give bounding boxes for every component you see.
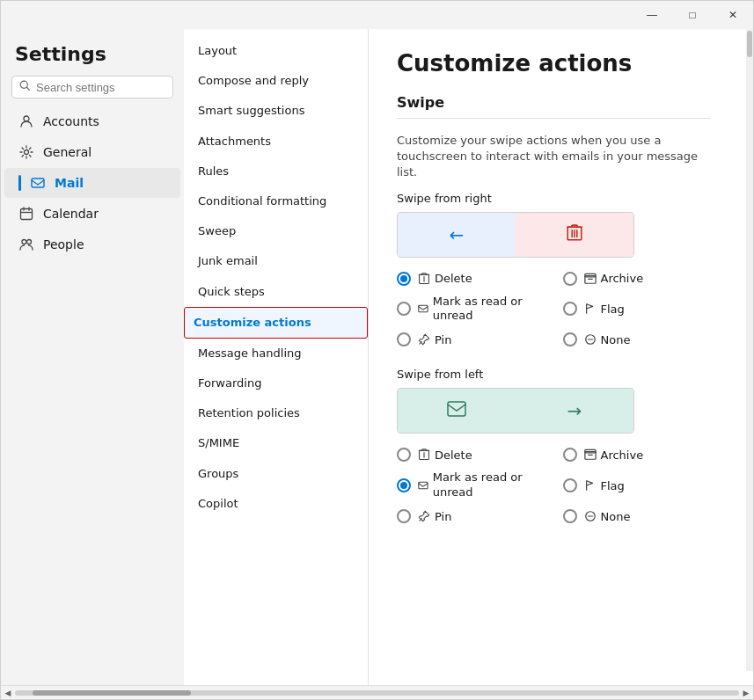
radio-delete-left[interactable] <box>397 448 411 462</box>
radio-pin-left[interactable] <box>397 509 411 523</box>
middle-item-copilot[interactable]: Copilot <box>184 489 368 519</box>
middle-item-customize-actions[interactable]: Customize actions <box>184 307 368 339</box>
envelope-icon <box>447 401 466 420</box>
radio-flag-left[interactable] <box>563 478 577 492</box>
svg-rect-26 <box>448 402 465 416</box>
flag-right-label: Flag <box>584 303 625 316</box>
mark-read-left-label: Mark as read or unread <box>418 470 545 500</box>
sidebar-item-mail[interactable]: Mail <box>4 168 180 198</box>
middle-item-message-handling[interactable]: Message handling <box>184 339 368 368</box>
trash-icon <box>567 224 582 245</box>
radio-mark-read-left[interactable] <box>397 478 411 492</box>
radio-flag-right[interactable] <box>563 302 577 316</box>
active-indicator <box>18 175 21 191</box>
people-icon <box>18 237 34 252</box>
window-controls: — □ ✕ <box>632 1 753 29</box>
none-left-label: None <box>584 510 631 523</box>
swipe-left-right-btn[interactable]: → <box>516 389 633 433</box>
svg-rect-33 <box>419 483 428 489</box>
right-panel-wrapper: Customize actions Swipe Customize your s… <box>369 29 753 685</box>
radio-inner-delete-right <box>400 275 407 282</box>
right-panel: Customize actions Swipe Customize your s… <box>369 29 753 565</box>
accounts-label: Accounts <box>43 114 99 128</box>
swipe-left-buttons: → <box>397 388 634 434</box>
radio-none-right[interactable] <box>563 332 577 346</box>
radio-none-left[interactable] <box>563 509 577 523</box>
option-pin-right[interactable]: Pin <box>397 332 545 346</box>
svg-point-3 <box>25 150 29 155</box>
middle-item-groups[interactable]: Groups <box>184 459 368 489</box>
middle-item-attachments[interactable]: Attachments <box>184 127 368 157</box>
search-input[interactable] <box>36 81 165 94</box>
mark-read-right-label: Mark as read or unread <box>418 295 545 324</box>
maximize-button[interactable]: □ <box>672 1 713 29</box>
sidebar-nav: Accounts General <box>1 106 184 260</box>
flag-left-label: Flag <box>584 479 625 492</box>
option-flag-left[interactable]: Flag <box>563 470 712 500</box>
swipe-left-left-btn[interactable] <box>398 389 516 433</box>
option-flag-right[interactable]: Flag <box>563 295 712 324</box>
swipe-description: Customize your swipe actions when you us… <box>397 133 711 181</box>
close-button[interactable]: ✕ <box>713 1 753 29</box>
option-mark-read-right[interactable]: Mark as read or unread <box>397 295 545 324</box>
radio-archive-left[interactable] <box>563 448 577 462</box>
arrow-right-icon: → <box>567 400 582 421</box>
scroll-right-arrow[interactable]: ▶ <box>739 686 753 700</box>
swipe-right-right-btn[interactable] <box>516 213 633 257</box>
calendar-label: Calendar <box>43 207 99 221</box>
settings-title: Settings <box>1 29 184 76</box>
option-none-right[interactable]: None <box>563 332 712 346</box>
delete-right-label: Delete <box>418 272 472 285</box>
option-mark-read-left[interactable]: Mark as read or unread <box>397 470 545 500</box>
archive-left-label: Archive <box>584 448 644 462</box>
middle-item-conditional-formatting[interactable]: Conditional formatting <box>184 186 368 216</box>
scroll-left-arrow[interactable]: ◀ <box>1 686 15 700</box>
middle-panel: Layout Compose and reply Smart suggestio… <box>184 29 369 685</box>
option-delete-left[interactable]: Delete <box>397 448 545 462</box>
option-none-left[interactable]: None <box>563 509 712 523</box>
svg-point-9 <box>22 240 26 244</box>
sidebar-item-people[interactable]: People <box>4 230 180 259</box>
swipe-right-options: Delete A <box>397 272 711 347</box>
radio-pin-right[interactable] <box>397 332 411 346</box>
middle-item-smart-suggestions[interactable]: Smart suggestions <box>184 96 368 126</box>
sidebar-item-general[interactable]: General <box>4 137 180 167</box>
radio-mark-read-right[interactable] <box>397 302 411 316</box>
option-archive-right[interactable]: Archive <box>563 272 712 286</box>
radio-delete-right[interactable] <box>397 272 411 286</box>
right-content: Customize actions Swipe Customize your s… <box>369 29 739 565</box>
middle-item-compose-reply[interactable]: Compose and reply <box>184 66 368 96</box>
swipe-right-left-btn[interactable]: ← <box>398 213 516 257</box>
option-pin-left[interactable]: Pin <box>397 509 545 523</box>
arrow-left-icon: ← <box>450 224 465 245</box>
middle-item-quick-steps[interactable]: Quick steps <box>184 277 368 307</box>
swipe-divider <box>397 118 711 119</box>
swipe-right-buttons: ← <box>397 212 634 258</box>
svg-point-2 <box>24 116 29 121</box>
search-box[interactable] <box>11 76 173 98</box>
sidebar-item-accounts[interactable]: Accounts <box>4 106 180 136</box>
radio-archive-right[interactable] <box>563 272 577 286</box>
middle-item-rules[interactable]: Rules <box>184 157 368 186</box>
middle-item-smime[interactable]: S/MIME <box>184 428 368 458</box>
archive-right-label: Archive <box>584 272 644 285</box>
mail-label: Mail <box>55 176 84 190</box>
pin-left-label: Pin <box>418 510 451 523</box>
svg-rect-5 <box>21 209 33 220</box>
option-delete-right[interactable]: Delete <box>397 272 545 286</box>
vertical-scrollbar[interactable] <box>746 29 753 671</box>
middle-item-forwarding[interactable]: Forwarding <box>184 368 368 398</box>
swipe-left-label: Swipe from left <box>397 368 711 381</box>
middle-item-layout[interactable]: Layout <box>184 36 368 66</box>
sidebar: Settings <box>1 29 184 685</box>
sidebar-item-calendar[interactable]: Calendar <box>4 199 180 229</box>
horizontal-scrollbar-track[interactable] <box>15 690 739 696</box>
option-archive-left[interactable]: Archive <box>563 448 712 462</box>
vertical-scrollbar-thumb[interactable] <box>747 31 752 57</box>
middle-item-sweep[interactable]: Sweep <box>184 216 368 246</box>
minimize-button[interactable]: — <box>632 1 672 29</box>
svg-rect-22 <box>419 306 428 312</box>
middle-item-junk-email[interactable]: Junk email <box>184 246 368 276</box>
middle-item-retention-policies[interactable]: Retention policies <box>184 398 368 428</box>
horizontal-scrollbar-thumb[interactable] <box>33 690 191 696</box>
